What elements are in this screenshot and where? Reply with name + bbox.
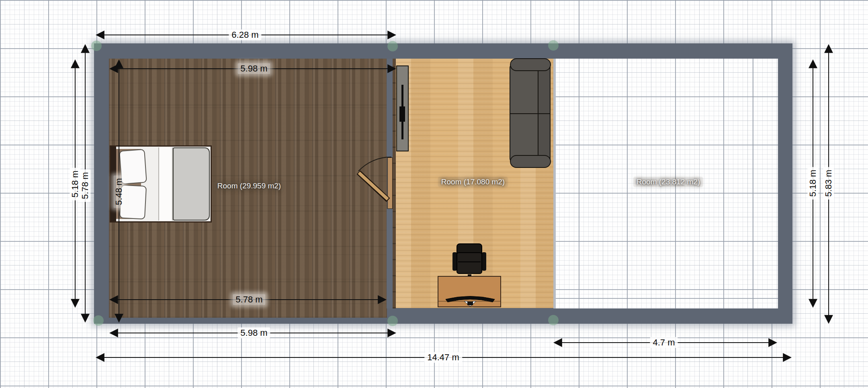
- room-area-label[interactable]: Room (29.959 m2): [214, 181, 284, 191]
- room-area-label[interactable]: Room (23.812 m2): [633, 177, 703, 187]
- double-bed[interactable]: [110, 145, 212, 223]
- divider-wall-upper[interactable]: [387, 59, 393, 157]
- sofa-armrest: [510, 155, 551, 168]
- wall-junction-marker: [387, 41, 398, 51]
- room-area-label[interactable]: Room (17.080 m2): [438, 177, 508, 187]
- dimension-label[interactable]: 5.98 m: [237, 327, 270, 338]
- chair-seat: [457, 252, 482, 274]
- desk[interactable]: [438, 276, 501, 307]
- dimension-label[interactable]: 6.28 m: [229, 29, 261, 40]
- bed-sheet-fold: [158, 147, 173, 221]
- room-boundary-line[interactable]: [553, 59, 556, 308]
- tv-console[interactable]: [396, 65, 409, 151]
- chair-armrest: [482, 252, 486, 271]
- divider-wall-lower[interactable]: [387, 209, 393, 308]
- floor-plan-canvas: 6.28 m 5.98 m 5.18 m 5.78 m 5.48 m 5.78 …: [0, 0, 868, 388]
- divider-wall-edge: [393, 59, 396, 308]
- monitor[interactable]: [444, 293, 496, 306]
- wall-junction-marker: [387, 316, 398, 326]
- dimension-label[interactable]: 14.47 m: [424, 352, 462, 363]
- dimension-label[interactable]: 5.18 m: [70, 167, 80, 200]
- dimension-label[interactable]: 5.98 m: [237, 63, 270, 74]
- dimension-label[interactable]: 5.18 m: [807, 167, 818, 199]
- dimension-label[interactable]: 5.78 m: [80, 169, 90, 202]
- sofa-armrest: [510, 58, 551, 71]
- door-sill[interactable]: [387, 157, 393, 209]
- wall-junction-marker: [93, 315, 104, 326]
- sofa[interactable]: [509, 58, 552, 168]
- wall-junction-marker: [548, 315, 559, 325]
- dimension-label[interactable]: 5.78 m: [233, 294, 265, 305]
- sofa-backrest: [538, 63, 551, 163]
- dimension-label[interactable]: 4.7 m: [650, 337, 678, 348]
- dimension-label[interactable]: 5.83 m: [823, 167, 834, 199]
- tv-stand: [399, 106, 405, 122]
- office-chair[interactable]: [452, 243, 486, 280]
- wall-junction-marker: [91, 41, 102, 51]
- bed-duvet: [173, 147, 210, 221]
- wall-junction-marker: [548, 40, 559, 51]
- dimension-label[interactable]: 5.48 m: [113, 175, 124, 208]
